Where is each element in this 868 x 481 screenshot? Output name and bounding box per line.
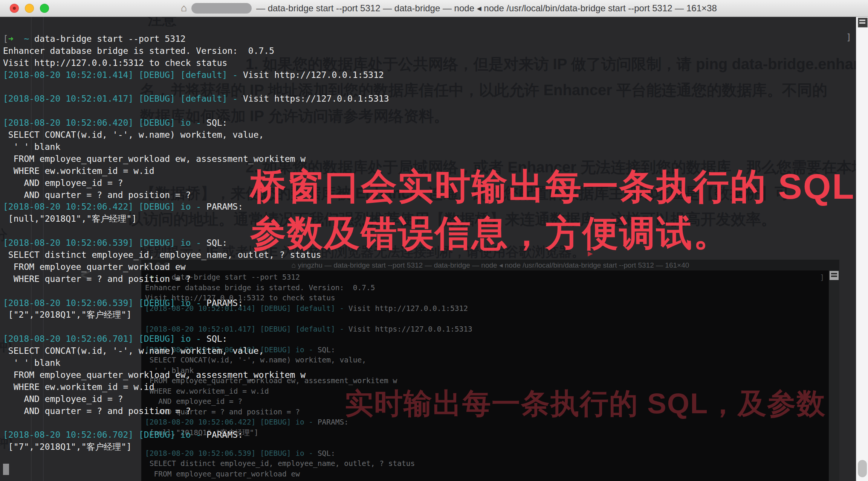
terminal-line [3, 321, 389, 333]
terminal-line: [2018-08-20 10:52:06.539] [DEBUG] io - P… [3, 297, 389, 309]
terminal-line: [2018-08-20 10:52:01.417] [DEBUG] [defau… [3, 93, 389, 105]
terminal-line: WHERE ew.workitem_id = w.id [3, 381, 389, 393]
terminal-line [3, 285, 389, 297]
terminal-line: FROM employee_quarter_workload ew, asses… [3, 369, 389, 381]
terminal-line: [2018-08-20 10:52:01.414] [DEBUG] [defau… [3, 69, 389, 81]
terminal-line: Visit http://127.0.0.1:5312 to check sta… [3, 57, 389, 69]
home-icon: ⌂ [181, 2, 187, 14]
terminal-line: WHERE quarter = ? and position = ? [3, 273, 389, 285]
terminal-cursor [3, 464, 9, 475]
redacted-username-blob [191, 3, 252, 14]
terminal-line: [2018-08-20 10:52:06.702] [DEBUG] io - P… [3, 429, 389, 441]
terminal-line: [➜ ~ data-bridge start --port 5312 [3, 33, 389, 45]
red-annotation-line1: 桥窗口会实时输出每一条执行的 SQL、 [250, 169, 868, 204]
terminal-line [3, 417, 389, 429]
terminal-line: FROM employee_quarter_workload ew, asses… [3, 153, 389, 165]
terminal-window: 注意 1. 如果您的数据库处于公共网络，但是对来访 IP 做了访问限制，请 pi… [0, 0, 868, 481]
terminal-line [3, 105, 389, 117]
window-title: — data-bridge start --port 5312 — data-b… [256, 3, 717, 14]
terminal-line: ' ' blank [3, 357, 389, 369]
terminal-line: FROM employee_quarter_workload ew [145, 469, 472, 479]
terminal-line: AND employee_id = ? [3, 393, 389, 405]
prompt-right-bracket: ] [846, 32, 851, 42]
terminal-line: [2018-08-20 10:52:06.701] [DEBUG] io - S… [3, 333, 389, 345]
embedded-scrollbar-button-icon [830, 271, 839, 280]
terminal-line: SELECT CONCAT(w.id, '-', w.name) workite… [3, 129, 389, 141]
scrollbar-thumb[interactable] [858, 460, 867, 477]
faded-red-annotation: 实时输出每一条执行的 SQL，及参数 [345, 385, 826, 423]
red-annotation-line2: 参数及错误信息，方便调试。 [250, 215, 730, 251]
terminal-line: Enhancer database bridge is started. Ver… [3, 45, 389, 57]
terminal-line: ["2","2018Q1","客户经理"] [3, 309, 389, 321]
terminal-line: SELECT distinct employee_id, employee_na… [145, 458, 472, 469]
scrollbar-button-icon[interactable] [858, 18, 868, 27]
terminal-line: [2018-08-20 10:52:06.420] [DEBUG] io - S… [3, 117, 389, 129]
close-button[interactable] [10, 4, 19, 13]
terminal-line: WHERE quarter = ? and position = ? [145, 479, 472, 481]
minimize-button[interactable] [25, 4, 34, 13]
zoom-button[interactable] [40, 4, 49, 13]
terminal-line: FROM employee_quarter_workload ew [3, 261, 389, 273]
terminal-line: ["7","2018Q1","客户经理"] [3, 441, 389, 453]
terminal-line [3, 81, 389, 93]
embedded-scrollbar-track [829, 270, 839, 481]
window-titlebar[interactable]: ⌂ — data-bridge start --port 5312 — data… [0, 0, 868, 17]
terminal-line: AND quarter = ? and position = ? [3, 405, 389, 417]
terminal-line: SELECT CONCAT(w.id, '-', w.name) workite… [3, 345, 389, 357]
embedded-prompt-bracket: ] [820, 273, 824, 282]
scrollbar-track[interactable] [856, 17, 868, 481]
terminal-line: ' ' blank [3, 141, 389, 153]
